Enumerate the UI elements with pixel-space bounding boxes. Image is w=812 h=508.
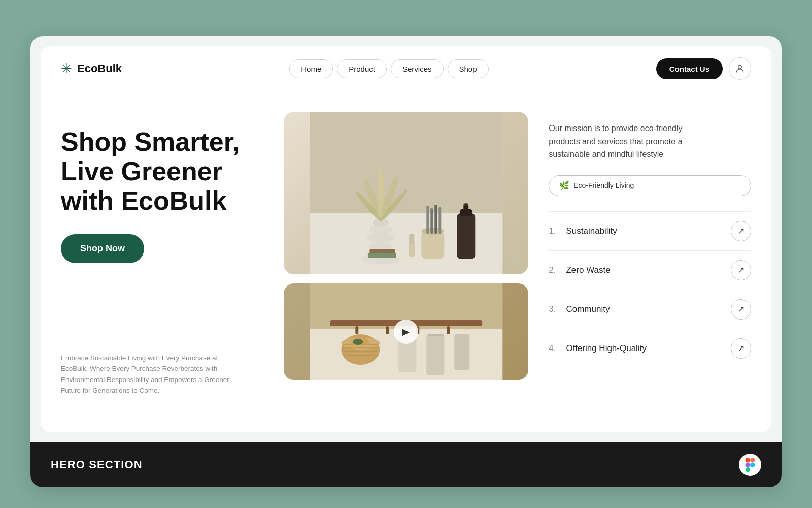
user-icon-button[interactable] [729,57,751,80]
hero-right: Our mission is to provide eco-friendly p… [528,112,751,396]
svg-point-43 [353,339,363,345]
feature-label-highquality: Offering High-Quality [566,343,646,354]
svg-rect-53 [746,467,751,472]
user-icon [735,64,745,74]
hero-center: ▶ [284,112,529,396]
feature-num-1: 1. [549,226,556,236]
svg-rect-21 [434,205,437,234]
logo-icon: ✳ [61,61,72,77]
header: ✳ EcoBulk Home Product Services Shop Con… [41,46,771,91]
footer-bar: HERO SECTION [30,442,782,487]
hero-image-bottom: ▶ [284,283,529,380]
feature-label-sustainability: Sustainability [566,226,617,236]
svg-rect-17 [421,231,444,259]
svg-point-0 [738,65,742,69]
feature-num-2: 2. [549,265,556,275]
svg-rect-49 [454,334,469,370]
hero-body: Shop Smarter, Live Greener with EcoBulk … [41,91,771,417]
hero-image-top [284,112,529,274]
feature-arrow-3[interactable]: ↗ [731,299,751,320]
shop-now-button[interactable]: Shop Now [61,234,144,263]
svg-rect-33 [355,326,358,334]
header-right: Contact Us [656,57,751,80]
svg-rect-50 [746,458,751,463]
feature-item-community: 3. Community ↗ [549,290,751,329]
svg-rect-25 [457,213,475,259]
svg-point-54 [750,463,755,468]
feature-label-community: Community [566,304,610,314]
svg-rect-36 [447,326,450,334]
eco-badge-label: Eco-Friendly Living [573,181,634,189]
feature-left-3: 3. Community [549,304,610,314]
feature-left-1: 1. Sustainability [549,226,617,236]
feature-list: 1. Sustainability ↗ 2. Zero Waste [549,211,751,368]
eco-badge[interactable]: 🌿 Eco-Friendly Living [549,175,751,196]
arrow-icon-4: ↗ [738,343,745,353]
feature-num-4: 4. [549,343,556,354]
nav-product[interactable]: Product [337,59,387,78]
arrow-icon-3: ↗ [738,304,745,314]
feature-item-sustainability: 1. Sustainability ↗ [549,211,751,251]
hero-description: Embrace Sustainable Living with Every Pu… [61,322,244,396]
svg-rect-22 [438,207,441,234]
svg-point-28 [463,203,468,206]
nav-services[interactable]: Services [391,59,444,78]
leaf-icon: 🌿 [559,181,569,190]
svg-rect-48 [428,334,443,336]
figma-logo [743,458,757,472]
svg-rect-47 [426,334,444,375]
svg-rect-15 [368,253,396,258]
play-icon: ▶ [402,326,410,337]
feature-left-4: 4. Offering High-Quality [549,343,647,354]
arrow-icon-1: ↗ [738,226,745,236]
feature-left-2: 2. Zero Waste [549,265,610,275]
feature-arrow-2[interactable]: ↗ [731,260,751,280]
feature-item-highquality: 4. Offering High-Quality ↗ [549,329,751,368]
feature-arrow-1[interactable]: ↗ [731,221,751,241]
svg-rect-20 [430,208,433,234]
hero-headline: Shop Smarter, Live Greener with EcoBulk [61,127,268,216]
feature-arrow-4[interactable]: ↗ [731,338,751,359]
nav-home[interactable]: Home [289,59,333,78]
feature-label-zerowaste: Zero Waste [566,265,610,275]
logo-text: EcoBulk [77,62,122,75]
figma-icon [739,454,761,476]
feature-item-zerowaste: 2. Zero Waste ↗ [549,251,751,290]
svg-rect-24 [409,234,414,244]
contact-button[interactable]: Contact Us [656,58,723,79]
svg-rect-52 [746,463,751,468]
feature-num-3: 3. [549,304,556,314]
svg-rect-44 [363,339,367,344]
eco-products-illustration [284,112,529,274]
mission-text: Our mission is to provide eco-friendly p… [549,122,711,161]
main-nav: Home Product Services Shop [289,59,488,78]
play-button[interactable]: ▶ [394,320,418,344]
logo: ✳ EcoBulk [61,61,122,77]
nav-shop[interactable]: Shop [448,59,489,78]
svg-rect-51 [750,458,755,463]
svg-rect-2 [310,112,502,213]
footer-title: HERO SECTION [51,458,143,471]
svg-rect-16 [369,249,395,253]
svg-rect-19 [426,206,429,234]
arrow-icon-2: ↗ [738,265,745,275]
svg-rect-34 [386,326,389,334]
hero-left: Shop Smarter, Live Greener with EcoBulk … [61,112,284,396]
